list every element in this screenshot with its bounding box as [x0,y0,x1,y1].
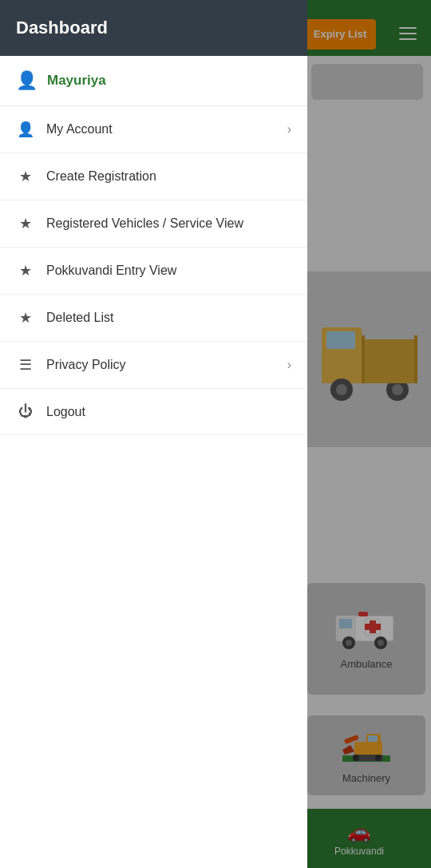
user-icon: 👤 [16,70,38,91]
star-icon-2: ★ [16,215,35,232]
drawer-header: Dashboard [0,0,307,56]
menu-item-my-account[interactable]: 👤 My Account › [0,106,307,153]
star-icon-1: ★ [16,168,35,185]
document-icon: ☰ [16,356,35,374]
user-section[interactable]: 👤 Mayuriya [0,56,307,106]
menu-item-privacy-policy[interactable]: ☰ Privacy Policy › [0,342,307,389]
star-icon-3: ★ [16,262,35,279]
menu-item-logout[interactable]: ⏻ Logout [0,389,307,435]
star-icon-4: ★ [16,309,35,327]
my-account-label: My Account [46,122,287,137]
power-icon: ⏻ [16,403,35,420]
pokkuvandi-entry-label: Pokkuvandi Entry View [46,264,291,278]
privacy-policy-label: Privacy Policy [46,358,287,372]
logout-label: Logout [46,405,291,419]
drawer-title: Dashboard [16,18,108,38]
menu-items-list: 👤 My Account › ★ Create Registration ★ R… [0,106,307,868]
create-registration-label: Create Registration [46,169,291,184]
navigation-drawer: Dashboard 👤 Mayuriya 👤 My Account › ★ Cr… [0,0,307,868]
menu-item-deleted-list[interactable]: ★ Deleted List [0,295,307,342]
menu-item-create-registration[interactable]: ★ Create Registration [0,153,307,200]
person-icon: 👤 [16,121,35,138]
registered-vehicles-label: Registered Vehicles / Service View [46,216,291,231]
user-name: Mayuriya [47,73,106,89]
deleted-list-label: Deleted List [46,311,291,325]
chevron-right-icon-2: › [287,358,291,372]
chevron-right-icon: › [287,122,291,137]
menu-item-registered-vehicles[interactable]: ★ Registered Vehicles / Service View [0,200,307,248]
menu-item-pokkuvandi-entry[interactable]: ★ Pokkuvandi Entry View [0,248,307,295]
